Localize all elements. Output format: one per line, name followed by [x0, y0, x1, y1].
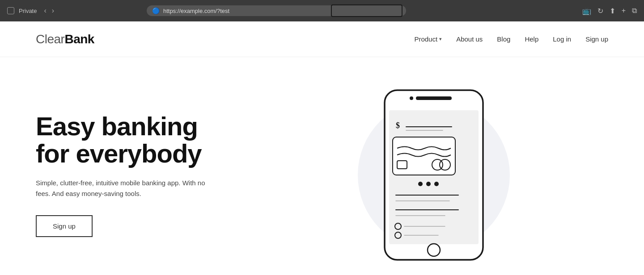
svg-point-11 [418, 182, 423, 186]
hero-signup-button[interactable]: Sign up [36, 215, 93, 237]
refresh-icon[interactable]: ↻ [597, 7, 603, 15]
url-selection-highlight [331, 4, 402, 17]
hero-title-line2: for everybody [36, 139, 202, 168]
hero-content: Easy banking for everybody Simple, clutt… [36, 113, 259, 238]
hero-image: $ [259, 86, 608, 264]
browser-chrome: Private ‹ › 🔵 https://example.com/?test … [0, 0, 644, 21]
nav-blog[interactable]: Blog [497, 35, 510, 43]
logo-bank: Bank [64, 32, 94, 46]
browser-left: Private [7, 7, 37, 14]
tab-icon [7, 7, 14, 14]
chevron-down-icon: ▾ [439, 36, 442, 42]
tabs-icon[interactable]: ⧉ [632, 7, 637, 15]
nav-arrows: ‹ › [42, 6, 56, 16]
logo[interactable]: Clear Bank [36, 32, 94, 46]
media-icon[interactable]: 📺 [582, 7, 591, 15]
svg-point-13 [434, 182, 439, 186]
back-arrow[interactable]: ‹ [42, 6, 48, 16]
nav-product-label: Product [414, 35, 437, 43]
nav-signup-button[interactable]: Sign up [585, 35, 608, 43]
nav-product[interactable]: Product ▾ [414, 35, 442, 43]
forward-arrow[interactable]: › [50, 6, 56, 16]
hero-title: Easy banking for everybody [36, 113, 259, 167]
browser-right: 📺 ↻ ⬆ + ⧉ [582, 7, 637, 15]
address-bar[interactable]: 🔵 https://example.com/?test [147, 5, 406, 16]
svg-point-12 [426, 182, 431, 186]
svg-rect-1 [416, 96, 452, 100]
svg-text:$: $ [396, 121, 400, 130]
new-tab-icon[interactable]: + [622, 7, 626, 15]
private-label: Private [19, 8, 37, 14]
navigation: Clear Bank Product ▾ About us Blog Help … [0, 21, 644, 57]
hero-section: Easy banking for everybody Simple, clutt… [0, 57, 644, 275]
nav-about[interactable]: About us [456, 35, 483, 43]
website: Clear Bank Product ▾ About us Blog Help … [0, 21, 644, 275]
nav-login-button[interactable]: Log in [553, 35, 571, 43]
nav-links: Product ▾ About us Blog Help Log in Sign… [414, 35, 608, 43]
hero-subtitle: Simple, clutter-free, intuitive mobile b… [36, 178, 206, 199]
phone-illustration: $ [371, 86, 496, 264]
logo-clear: Clear [36, 32, 64, 46]
secure-icon: 🔵 [152, 7, 160, 14]
share-icon[interactable]: ⬆ [610, 7, 615, 15]
hero-title-line1: Easy banking [36, 112, 198, 141]
url-text: https://example.com/?test [163, 8, 229, 14]
nav-help[interactable]: Help [525, 35, 538, 43]
svg-point-2 [410, 96, 413, 100]
